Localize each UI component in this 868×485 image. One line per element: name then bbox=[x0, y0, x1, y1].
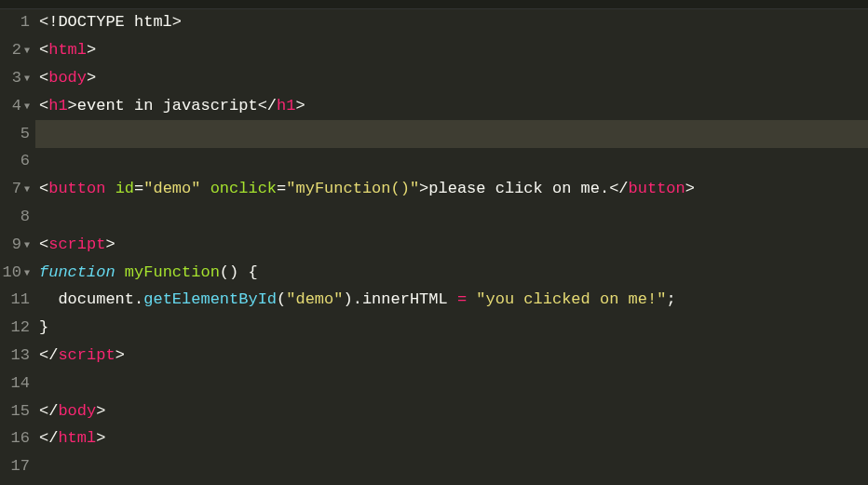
token: > bbox=[87, 37, 96, 64]
token: body bbox=[48, 65, 87, 92]
token: () bbox=[220, 260, 238, 287]
token: script bbox=[48, 232, 105, 259]
code-line[interactable]: </script> bbox=[35, 343, 868, 370]
token: getElementById bbox=[143, 287, 277, 314]
token: > bbox=[295, 93, 305, 120]
code-line[interactable]: <body> bbox=[35, 65, 868, 93]
token: > bbox=[96, 398, 105, 425]
token: onclick bbox=[210, 176, 277, 203]
line-number[interactable]: 6 bbox=[0, 148, 30, 176]
token bbox=[105, 176, 115, 203]
fold-icon[interactable]: ▼ bbox=[24, 182, 30, 197]
line-number[interactable]: 9▼ bbox=[0, 231, 30, 259]
token: < bbox=[39, 65, 48, 92]
token: > bbox=[419, 176, 428, 203]
token bbox=[200, 176, 210, 203]
code-line[interactable]: </html> bbox=[35, 425, 868, 453]
fold-icon[interactable]: ▼ bbox=[24, 237, 30, 253]
token: </ bbox=[39, 343, 58, 370]
token: < bbox=[39, 176, 48, 203]
token: html bbox=[48, 37, 87, 64]
token bbox=[39, 287, 58, 314]
line-number[interactable]: 13 bbox=[0, 343, 30, 370]
line-number[interactable]: 1 bbox=[0, 9, 30, 37]
gutter: 1 2▼ 3▼ 4▼ 5 6 7▼ 8 9▼ 10▼ 11 12 13 14 1… bbox=[0, 9, 35, 485]
code-line[interactable] bbox=[35, 370, 868, 397]
token bbox=[115, 260, 125, 287]
token: "demo" bbox=[143, 176, 200, 203]
token: < bbox=[39, 232, 48, 259]
fold-icon[interactable]: ▼ bbox=[24, 71, 30, 87]
code-line[interactable] bbox=[35, 204, 868, 232]
token: > bbox=[105, 232, 115, 259]
token: = bbox=[277, 176, 286, 203]
token: { bbox=[248, 260, 257, 287]
code-line[interactable] bbox=[35, 453, 868, 481]
code-line[interactable]: <script> bbox=[35, 231, 868, 259]
code-line[interactable] bbox=[35, 148, 868, 176]
token: . bbox=[134, 287, 143, 314]
token: script bbox=[58, 343, 115, 370]
token: } bbox=[39, 315, 48, 342]
line-number[interactable]: 3▼ bbox=[0, 65, 30, 93]
token: > bbox=[87, 65, 96, 92]
token: button bbox=[48, 176, 105, 203]
token: > bbox=[68, 93, 77, 120]
line-number[interactable]: 8 bbox=[0, 204, 30, 232]
token: "demo" bbox=[286, 287, 343, 314]
token bbox=[467, 287, 476, 314]
code-editor: 1 2▼ 3▼ 4▼ 5 6 7▼ 8 9▼ 10▼ 11 12 13 14 1… bbox=[0, 9, 868, 485]
token: innerHTML bbox=[362, 287, 448, 314]
token: id bbox=[115, 176, 134, 203]
line-number[interactable]: 10▼ bbox=[0, 259, 30, 287]
code-line[interactable]: } bbox=[35, 315, 868, 343]
line-number[interactable]: 16 bbox=[0, 425, 30, 453]
token bbox=[238, 260, 248, 287]
token: ) bbox=[343, 287, 352, 314]
code-line[interactable]: <h1>event in javascript</h1> bbox=[35, 92, 868, 120]
token: h1 bbox=[277, 93, 295, 120]
token: . bbox=[353, 287, 362, 314]
token: <!DOCTYPE html> bbox=[39, 9, 182, 36]
token: "you clicked on me!" bbox=[476, 287, 666, 314]
token: = bbox=[134, 176, 143, 203]
token: event in javascript bbox=[77, 93, 258, 120]
code-line-active[interactable] bbox=[35, 120, 868, 148]
token: </ bbox=[258, 93, 277, 120]
code-line[interactable]: </body> bbox=[35, 397, 868, 425]
line-number[interactable]: 14 bbox=[0, 370, 30, 397]
token: < bbox=[39, 37, 48, 64]
token: function bbox=[39, 260, 115, 287]
line-number[interactable]: 12 bbox=[0, 315, 30, 343]
token: = bbox=[457, 287, 467, 314]
token: document bbox=[58, 287, 134, 314]
token: h1 bbox=[48, 93, 67, 120]
fold-icon[interactable]: ▼ bbox=[24, 265, 30, 281]
token: myFunction bbox=[125, 260, 220, 287]
token: > bbox=[115, 343, 125, 370]
fold-icon[interactable]: ▼ bbox=[24, 43, 30, 59]
code-line[interactable]: <!DOCTYPE html> bbox=[35, 9, 868, 37]
token: ; bbox=[666, 287, 675, 314]
token: </ bbox=[39, 425, 58, 452]
token: html bbox=[58, 425, 96, 452]
code-line[interactable]: <button id="demo" onclick="myFunction()"… bbox=[35, 176, 868, 204]
token: < bbox=[39, 93, 48, 120]
code-line[interactable]: <html> bbox=[35, 37, 868, 65]
line-number[interactable]: 17 bbox=[0, 453, 30, 481]
line-number[interactable]: 15 bbox=[0, 397, 30, 425]
token: body bbox=[58, 398, 96, 425]
token: ( bbox=[277, 287, 286, 314]
token: </ bbox=[39, 398, 58, 425]
line-number[interactable]: 11 bbox=[0, 287, 30, 315]
line-number[interactable]: 2▼ bbox=[0, 37, 30, 65]
code-line[interactable]: function myFunction() { bbox=[35, 259, 868, 287]
tab-bar[interactable] bbox=[0, 0, 868, 9]
line-number[interactable]: 4▼ bbox=[0, 92, 30, 120]
code-area[interactable]: <!DOCTYPE html> <html> <body> <h1>event … bbox=[35, 9, 868, 485]
fold-icon[interactable]: ▼ bbox=[24, 99, 30, 115]
line-number[interactable]: 7▼ bbox=[0, 176, 30, 204]
line-number[interactable]: 5 bbox=[0, 120, 30, 148]
token: button bbox=[629, 176, 685, 203]
code-line[interactable]: document.getElementById("demo").innerHTM… bbox=[35, 287, 868, 315]
